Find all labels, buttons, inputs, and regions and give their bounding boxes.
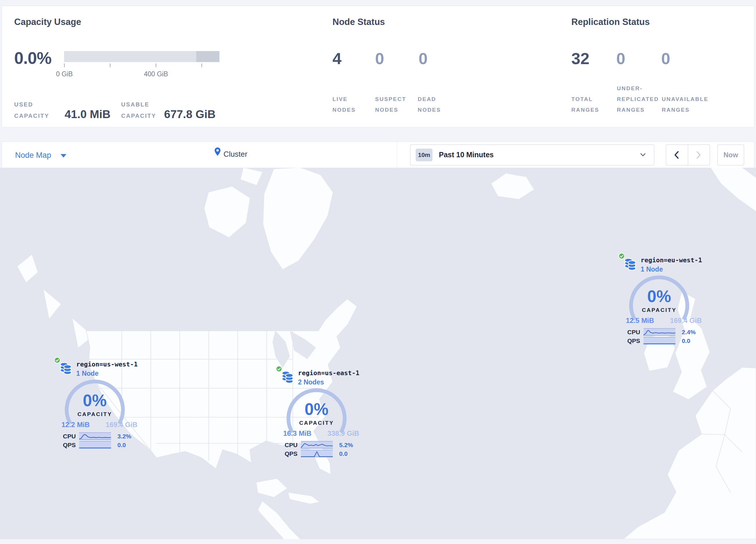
capacity-ring (627, 274, 691, 338)
qps-row: QPS 0.0 (63, 441, 132, 449)
capacity-values: 16.3 MiB 338.9 GiB (283, 429, 359, 438)
node-count-label: 1 Node (641, 265, 663, 273)
view-selector-label: Node Map (15, 151, 51, 160)
under-replicated-count: 0 (616, 50, 625, 67)
used-capacity-value: 12.5 MiB (626, 317, 654, 325)
cpu-sparkline (644, 328, 675, 336)
node-map-page: Capacity Usage 0.0% 0 GiB 400 GiB USED C… (0, 0, 756, 544)
qps-sparkline (301, 450, 333, 457)
cluster-summary-card: Capacity Usage 0.0% 0 GiB 400 GiB USED C… (2, 6, 754, 127)
cpu-row: CPU 3.2% (63, 432, 132, 440)
region-marker-eu-west-1[interactable]: region=eu-west-1 1 Node 0% CAPACITY 12.5… (611, 250, 706, 349)
cpu-row: CPU 2.4% (627, 328, 697, 336)
region-marker-us-west-1[interactable]: region=us-west-1 1 Node 0% CAPACITY 12.2… (46, 354, 142, 453)
qps-value: 0.0 (117, 442, 126, 449)
healthy-check-icon (276, 366, 282, 372)
replication-status-section: Replication Status 32 0 0 TOTAL RANGES U… (2, 6, 754, 127)
database-stack-icon (282, 371, 293, 384)
total-capacity-value: 338.9 GiB (328, 429, 359, 438)
total-capacity-value: 169.4 GiB (106, 421, 137, 429)
now-button[interactable]: Now (717, 144, 744, 165)
node-map[interactable]: region=us-west-1 1 Node 0% CAPACITY 12.2… (0, 168, 756, 539)
map-pin-icon (214, 147, 221, 156)
chevron-left-icon (674, 151, 679, 159)
total-ranges-count: 32 (571, 50, 589, 67)
region-label: region=eu-west-1 (641, 256, 702, 264)
database-stack-icon (60, 362, 72, 375)
unavailable-count: 0 (661, 50, 670, 67)
qps-label: QPS (285, 450, 297, 457)
qps-value: 0.0 (339, 450, 348, 457)
qps-label: QPS (63, 442, 76, 449)
chevron-down-icon (640, 153, 646, 156)
qps-row: QPS 0.0 (285, 450, 354, 457)
capacity-percent: 0% (63, 392, 127, 409)
time-back-button[interactable] (666, 145, 688, 165)
region-marker-us-east-1[interactable]: region=us-east-1 2 Nodes 0% CAPACITY 16.… (268, 363, 364, 461)
breadcrumb[interactable]: Cluster (214, 146, 272, 163)
total-ranges-label: TOTAL RANGES (571, 94, 606, 115)
capacity-percent: 0% (285, 400, 348, 418)
cpu-sparkline (301, 441, 333, 449)
time-range-dropdown[interactable]: 10m Past 10 Minutes (410, 144, 654, 165)
capacity-values: 12.2 MiB 169.4 GiB (61, 421, 137, 429)
cpu-value: 2.4% (682, 329, 696, 336)
region-label: region=us-east-1 (298, 369, 359, 377)
chevron-right-icon (696, 151, 701, 159)
node-count-label: 1 Node (76, 370, 99, 378)
cpu-label: CPU (627, 329, 640, 336)
capacity-caption: CAPACITY (63, 411, 127, 418)
capacity-caption: CAPACITY (627, 307, 691, 313)
capacity-percent: 0% (627, 288, 691, 305)
healthy-check-icon (618, 253, 625, 259)
cpu-sparkline (79, 432, 111, 440)
time-range-label: Past 10 Minutes (439, 150, 494, 159)
region-label: region=us-west-1 (76, 361, 138, 368)
qps-label: QPS (627, 338, 640, 345)
unavailable-label: UNAVAILABLE RANGES (662, 94, 713, 115)
qps-sparkline (644, 337, 675, 345)
healthy-check-icon (54, 357, 61, 364)
cpu-value: 3.2% (117, 433, 131, 440)
qps-sparkline (79, 441, 111, 449)
capacity-caption: CAPACITY (285, 420, 348, 426)
world-map (0, 168, 756, 539)
cpu-label: CPU (285, 442, 297, 449)
time-range-badge: 10m (416, 148, 432, 161)
view-selector-dropdown[interactable]: Node Map (13, 147, 71, 163)
total-capacity-value: 169.4 GiB (670, 317, 702, 325)
cpu-label: CPU (63, 433, 76, 440)
under-replicated-label: UNDER-REPLICATED RANGES (617, 83, 665, 115)
database-stack-icon (624, 257, 636, 271)
replication-status-title: Replication Status (571, 17, 650, 27)
capacity-ring (63, 378, 127, 442)
chevron-down-icon (61, 154, 66, 157)
cpu-value: 5.2% (339, 442, 353, 449)
used-capacity-value: 16.3 MiB (283, 429, 311, 438)
cpu-row: CPU 5.2% (285, 441, 354, 449)
capacity-ring (285, 387, 348, 450)
qps-value: 0.0 (682, 338, 690, 345)
qps-row: QPS 0.0 (627, 337, 697, 345)
breadcrumb-label: Cluster (223, 150, 247, 159)
used-capacity-value: 12.2 MiB (61, 421, 90, 429)
capacity-values: 12.5 MiB 169.4 GiB (626, 317, 702, 325)
map-toolbar: Node Map Cluster 10m Past 10 Minutes (2, 141, 754, 168)
time-step-buttons (666, 144, 710, 165)
node-count-label: 2 Nodes (298, 378, 324, 386)
time-forward-button[interactable] (688, 145, 710, 165)
